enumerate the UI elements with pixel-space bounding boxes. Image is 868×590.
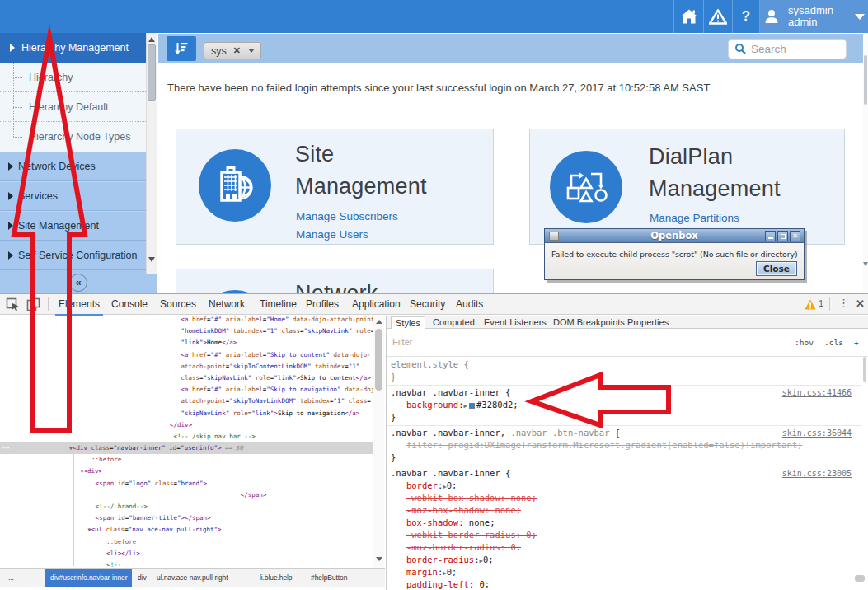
sidebar-section-hierarchy-management[interactable]: Hierarchy Management	[0, 33, 146, 63]
tab-close-icon[interactable]: ✕	[233, 45, 241, 56]
css-rule-line[interactable]: }	[387, 371, 861, 383]
link-manage-subscribers[interactable]: Manage Subscribers	[296, 210, 398, 222]
css-rule-line[interactable]: background:▶#3280d2;	[387, 399, 861, 411]
dom-tree-line[interactable]: attach-point="skipToContentLinkDOM" tabi…	[0, 361, 373, 372]
styles-tab[interactable]: Properties	[623, 316, 673, 329]
breadcrumb-item[interactable]: li.blue.help	[255, 569, 297, 587]
sidebar-collapse-button[interactable]: «	[69, 274, 87, 292]
panel-divider[interactable]	[386, 316, 387, 590]
dom-tree-line[interactable]: <span id="banner-title"></span>	[0, 513, 373, 524]
breadcrumb-item[interactable]: div#userinfo.navbar-inner	[45, 569, 132, 587]
dom-tree-line[interactable]: "homeLinkDOM" tabindex="1" class="skipNa…	[0, 325, 373, 337]
css-rule-line[interactable]	[387, 424, 861, 426]
css-rule-line[interactable]: }	[387, 452, 861, 464]
devtools-tab[interactable]: Audits	[456, 298, 483, 310]
sidebar-section[interactable]: Services	[0, 181, 146, 211]
link-manage-users[interactable]: Manage Users	[296, 228, 368, 241]
stylesheet-link[interactable]: skin.css:23005	[782, 467, 852, 480]
user-menu[interactable]: sysadmin admin	[759, 0, 868, 33]
breadcrumb-item[interactable]: ul.nav.ace-nav.pull-right	[152, 569, 232, 587]
dom-tree-line[interactable]: ▼<div class="navbar-inner" id="userinfo"…	[0, 442, 373, 454]
css-rule-line[interactable]: .navbar .navbar-inner { skin.css:41466	[387, 386, 861, 399]
warning-icon[interactable]	[805, 299, 816, 310]
dom-tree-line[interactable]: "link">Home</a>	[0, 337, 373, 349]
page-scrollbar[interactable]	[863, 33, 868, 293]
dom-tree-line[interactable]: <!--/.brand-->	[0, 501, 373, 513]
styles-filter-input[interactable]: Filter	[392, 337, 412, 347]
css-rule-line[interactable]: -webkit-border-radius: 0;	[387, 529, 861, 541]
page-scrollbar-down-icon[interactable]	[863, 262, 868, 266]
devtools-tab[interactable]: Security	[410, 298, 445, 310]
devtools-close-icon[interactable]: ✕	[856, 297, 865, 310]
dom-tree-line[interactable]: </span>	[0, 489, 373, 501]
pseudo-toggle[interactable]: +	[854, 338, 859, 347]
close-window-button[interactable]: ✕	[790, 231, 800, 241]
css-rule-line[interactable]: box-shadow: none;	[387, 517, 861, 529]
css-rule-line[interactable]: -webkit-box-shadow: none;	[387, 492, 861, 504]
elements-scrollbar-thumb[interactable]	[375, 329, 382, 391]
dom-tree-line[interactable]: </div>	[0, 419, 373, 431]
styles-tab[interactable]: Event Listeners	[480, 316, 551, 329]
breadcrumb-item[interactable]: #helpButton	[306, 569, 352, 587]
dom-tree-line[interactable]: <a href="#" aria-label="Skip to content"…	[0, 349, 373, 361]
search-input[interactable]	[751, 43, 838, 55]
elements-scrollbar[interactable]	[373, 316, 384, 568]
dom-tree-line[interactable]: ▼<ul class="nav ace-nav pull-right">	[0, 524, 373, 536]
scroll-up-icon[interactable]	[376, 320, 382, 324]
dialog-close-button[interactable]: Close	[756, 261, 797, 276]
tab-dropdown-icon[interactable]	[248, 49, 255, 53]
scroll-up-icon[interactable]	[148, 37, 155, 42]
devtools-tab[interactable]: Console	[111, 298, 148, 310]
dom-tree-line[interactable]: <a href="#" aria-label="Home" data-dojo-…	[0, 316, 373, 325]
sidebar-section[interactable]: Self Service Configuration	[0, 241, 146, 270]
home-button[interactable]	[673, 0, 703, 33]
inspect-element-icon[interactable]	[6, 297, 20, 311]
pseudo-toggle[interactable]: :hov	[795, 338, 814, 347]
css-rule-line[interactable]: .navbar .navbar-inner, .navbar .btn-navb…	[387, 427, 861, 439]
devtools-tab[interactable]: Elements	[59, 298, 100, 310]
alerts-button[interactable]	[703, 0, 732, 33]
sidebar-item-hierarchy-default[interactable]: Hierarchy Default	[0, 92, 146, 122]
css-rule-line[interactable]: }	[387, 411, 861, 424]
styles-tab[interactable]: DOM Breakpoints	[549, 316, 629, 329]
css-rule-line[interactable]: margin:▶0;	[387, 566, 861, 578]
dom-tree-line[interactable]: ::before	[0, 454, 373, 466]
scroll-down-icon[interactable]	[376, 557, 382, 561]
tab-sys[interactable]: sys ✕	[204, 42, 261, 59]
css-rule-line[interactable]	[387, 464, 861, 466]
dom-tree-line[interactable]: <li></li>	[0, 548, 373, 560]
warning-count[interactable]: 1	[819, 298, 823, 308]
dom-tree-line[interactable]: <a href="#" aria-label="Skip to navigati…	[0, 384, 373, 396]
styles-tab[interactable]: Styles	[391, 316, 425, 329]
styles-scrollbar-thumb[interactable]	[863, 357, 866, 382]
dom-tree-line[interactable]: attach-point="skipToNavLinkDOM" tabindex…	[0, 396, 373, 407]
minimize-button[interactable]	[765, 231, 776, 241]
css-rule-line[interactable]: -moz-border-radius: 0;	[387, 541, 861, 554]
sidebar-item-hierarchy-node-types[interactable]: Hierarchy Node Types	[0, 122, 146, 152]
page-scrollbar-thumb[interactable]	[864, 55, 867, 105]
sort-button[interactable]	[167, 36, 196, 61]
css-rule-line[interactable]: .navbar .navbar-inner { skin.css:23005	[387, 467, 861, 480]
breadcrumb-item[interactable]: ...	[3, 569, 19, 587]
devtools-tab[interactable]: Profiles	[306, 298, 339, 310]
dialog-titlebar[interactable]: Openbox ✕	[545, 229, 804, 243]
css-rule-line[interactable]: -moz-box-shadow: none;	[387, 504, 861, 517]
dom-tree-line[interactable]: "skipNavLink" role="link">Skip to naviga…	[0, 408, 373, 419]
dom-tree-line[interactable]: <!-- /skip nav bar -->	[0, 431, 373, 442]
css-rule-line[interactable]: filter: progid:DXImageTransform.Microsof…	[387, 439, 861, 452]
devtools-tab[interactable]: Network	[209, 298, 245, 310]
scroll-down-icon[interactable]	[148, 257, 155, 262]
pseudo-toggle[interactable]: .cls	[824, 338, 843, 347]
link-manage-partitions[interactable]: Manage Partitions	[650, 212, 739, 224]
devtools-tab[interactable]: Timeline	[260, 298, 297, 310]
css-rule-line[interactable]: padding-left: 0;	[387, 578, 861, 590]
css-rule-line[interactable]: element.style {	[387, 358, 861, 371]
devtools-tab[interactable]: Application	[352, 298, 401, 310]
breadcrumb-item[interactable]: div	[133, 569, 152, 587]
dom-tree-line[interactable]: class="skipNavLink" role="link">Skip to …	[0, 372, 373, 384]
css-rule-line[interactable]: border:▶0;	[387, 480, 861, 492]
maximize-button[interactable]	[777, 231, 788, 241]
sidebar-scrollbar-thumb[interactable]	[148, 44, 156, 101]
stylesheet-link[interactable]: skin.css:36044	[782, 427, 852, 439]
help-button[interactable]: ?	[732, 0, 759, 33]
